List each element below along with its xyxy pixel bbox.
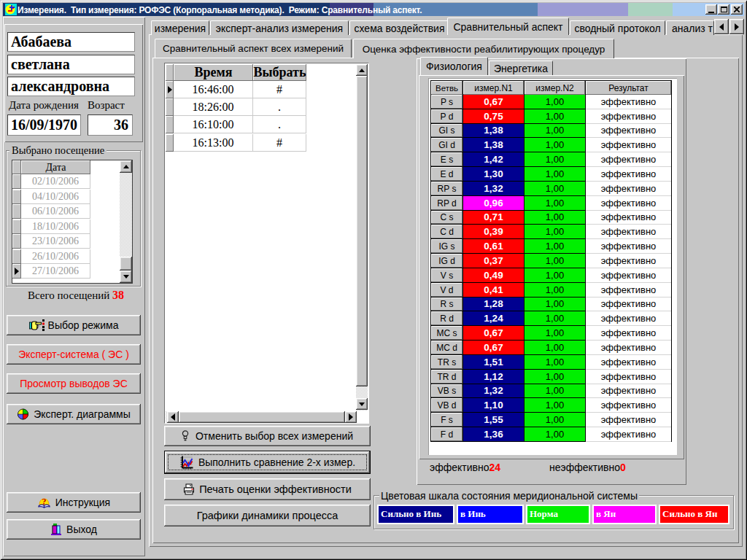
svg-text:?: ? [42, 497, 46, 507]
